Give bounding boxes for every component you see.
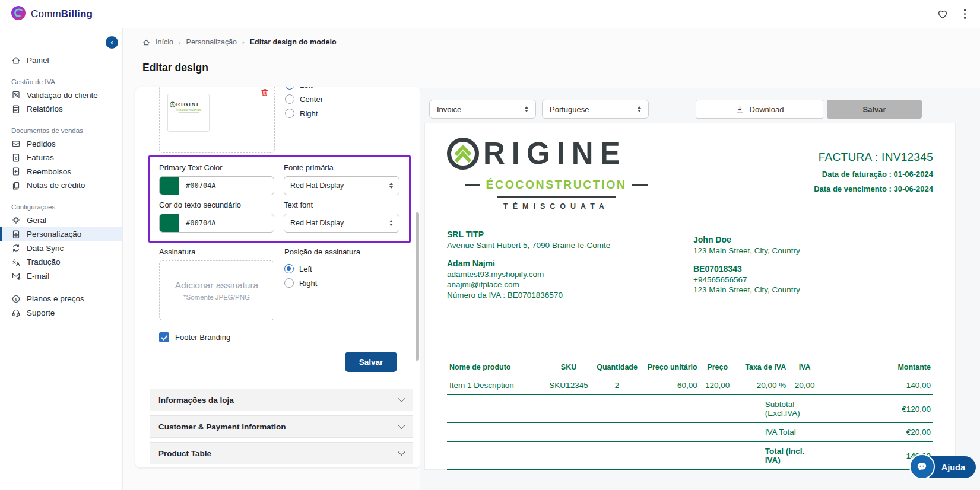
primary-text-color-input[interactable]: #00704A [159, 176, 274, 195]
footer-branding-checkbox[interactable]: Footer Branding [159, 332, 411, 342]
download-button[interactable]: Download [696, 100, 823, 119]
validation-badge-icon [11, 90, 21, 100]
sidebar-section-documentos: Documentos de vendas [0, 124, 122, 137]
sidebar-item-painel[interactable]: Painel [0, 53, 122, 68]
select-arrows-icon [389, 220, 393, 227]
seller-block: SRL TITP Avenue Saint Hubert 5, 7090 Bra… [447, 230, 693, 300]
customize-icon [11, 230, 21, 239]
sidebar-item-geral[interactable]: Geral [0, 214, 122, 228]
editor-scrollbar[interactable] [416, 212, 419, 361]
sidebar-item-email[interactable]: E-mail [0, 269, 122, 284]
logo-position-left[interactable]: Left [285, 87, 323, 90]
breadcrumb-personalizacao[interactable]: Personalização [186, 38, 237, 46]
invoice-issue-date: Data de faturação : 01-06-2024 [814, 170, 933, 179]
credit-note-icon [11, 181, 21, 190]
favorite-heart-icon[interactable] [937, 8, 949, 20]
sidebar-item-personalizacao[interactable]: Personalização [0, 227, 122, 241]
sidebar-item-notas-credito[interactable]: Notas de crédito [0, 179, 122, 193]
sidebar-item-validacao-cliente[interactable]: Validação do cliente [0, 88, 122, 103]
download-icon [735, 105, 744, 114]
sidebar-item-data-sync[interactable]: Data Sync [0, 241, 122, 256]
sidebar-item-traducao[interactable]: Tradução [0, 255, 122, 269]
secondary-text-color-input[interactable]: #00704A [159, 214, 274, 233]
primary-font-select[interactable]: Red Hat Display [284, 176, 399, 195]
color-font-highlight-box: Primary Text Color #00704A Fonte primári… [148, 155, 411, 243]
radio-selected-icon [285, 87, 294, 90]
accordion-informacoes-loja[interactable]: Informações da loja [150, 389, 413, 411]
logo-position-right[interactable]: Right [285, 109, 323, 118]
signature-position-label: Posição de assinatura [284, 247, 411, 256]
gear-icon [11, 215, 21, 225]
chevron-down-icon [398, 421, 405, 429]
accordion-product-table[interactable]: Product Table [150, 442, 413, 464]
sidebar-item-faturas[interactable]: € Faturas [0, 151, 122, 165]
buyer-block: John Doe 123 Main Street, City, Country … [693, 230, 800, 300]
radio-icon [285, 109, 294, 118]
brand-logo[interactable]: CommBilling [11, 5, 93, 23]
mail-gear-icon [11, 271, 21, 281]
grand-total-row: Total (Incl. IVA) 140,00 [447, 442, 933, 470]
svg-text:€: € [15, 296, 18, 301]
invoice-euro-icon: € [11, 153, 21, 163]
refund-icon [11, 167, 21, 176]
document-type-select[interactable]: Invoice [429, 100, 536, 119]
radio-selected-icon [284, 264, 294, 273]
breadcrumb: Início › Personalização › Editar design … [142, 38, 337, 46]
accordion-customer-payment[interactable]: Customer & Payment Information [150, 415, 413, 438]
signature-position-left[interactable]: Left [284, 264, 411, 273]
select-arrows-icon [389, 183, 393, 189]
sidebar: ‹ Painel Gestão de IVA Validação do clie… [0, 28, 123, 490]
sync-icon [11, 243, 21, 253]
invoice-number: FACTURA : INV12345 [814, 151, 933, 164]
logo-thumbnail: RIGINE ÉCOCONSTRUCTION TÉMISCOUATA [167, 94, 210, 132]
signature-position-right[interactable]: Right [284, 278, 411, 288]
sidebar-item-suporte[interactable]: Suporte [0, 306, 122, 320]
headset-icon [11, 308, 21, 317]
report-icon [11, 104, 21, 114]
main-content: Início › Personalização › Editar design … [123, 28, 980, 490]
editor-save-button[interactable]: Salvar [345, 352, 397, 372]
more-menu-icon[interactable] [964, 9, 966, 19]
help-fab: Ajuda [919, 456, 976, 478]
invoice-line-items-table: Nome de produto SKU Quantidade Preço uni… [447, 359, 933, 470]
sidebar-collapse-button[interactable]: ‹ [106, 36, 118, 49]
help-button[interactable]: Ajuda [919, 456, 976, 478]
home-icon [11, 56, 21, 65]
sidebar-item-relatorios[interactable]: Relatórios [0, 102, 122, 116]
text-font-select[interactable]: Red Hat Display [284, 214, 399, 233]
sidebar-item-planos[interactable]: € Planos e preços [0, 292, 122, 306]
delete-logo-icon[interactable] [260, 88, 269, 99]
select-arrows-icon [638, 106, 641, 113]
sidebar-item-reembolsos[interactable]: Reembolsos [0, 165, 122, 179]
chat-icon [909, 454, 935, 479]
invoice-preview-panel: Invoice Portuguese Download Salvar [420, 88, 980, 490]
brand-icon [11, 5, 26, 23]
sidebar-item-pedidos[interactable]: Pedidos [0, 137, 122, 151]
language-select[interactable]: Portuguese [542, 100, 649, 119]
invoice-meta: FACTURA : INV12345 Data de faturação : 0… [814, 136, 933, 193]
brand-name: CommBilling [31, 8, 93, 20]
preview-save-button[interactable]: Salvar [827, 100, 922, 119]
color-swatch[interactable] [160, 214, 179, 233]
signature-label: Assinatura [159, 247, 274, 256]
design-editor-panel: RIGINE ÉCOCONSTRUCTION TÉMISCOUATA Left … [135, 87, 420, 467]
preview-toolbar: Invoice Portuguese Download Salvar [420, 100, 980, 119]
chevron-down-icon [398, 448, 405, 456]
editor-accordions: Informações da loja Customer & Payment I… [150, 389, 413, 464]
logo-position-group: Left Center Right [285, 87, 323, 153]
sidebar-section-configuracoes: Configurações [0, 201, 122, 214]
breadcrumb-inicio[interactable]: Início [156, 38, 173, 46]
color-swatch[interactable] [160, 176, 179, 195]
primary-font-label: Fonte primária [284, 163, 399, 172]
logo-position-center[interactable]: Center [285, 94, 323, 104]
logo-upload-dropzone[interactable]: RIGINE ÉCOCONSTRUCTION TÉMISCOUATA [159, 87, 275, 153]
translate-icon [11, 257, 21, 267]
radio-icon [284, 278, 294, 288]
chevron-down-icon [398, 394, 405, 402]
origine-logo: RIGINE ÉCOCONSTRUCTION TÉMISCOUATA [447, 136, 665, 211]
radio-icon [285, 94, 294, 104]
signature-upload-dropzone[interactable]: Adicionar assinatura *Somente JPEG/PNG [159, 260, 274, 320]
secondary-text-color-label: Cor do texto secundário [159, 201, 274, 209]
iva-total-row: IVA Total €20,00 [447, 423, 933, 442]
text-font-label: Text font [284, 201, 399, 209]
